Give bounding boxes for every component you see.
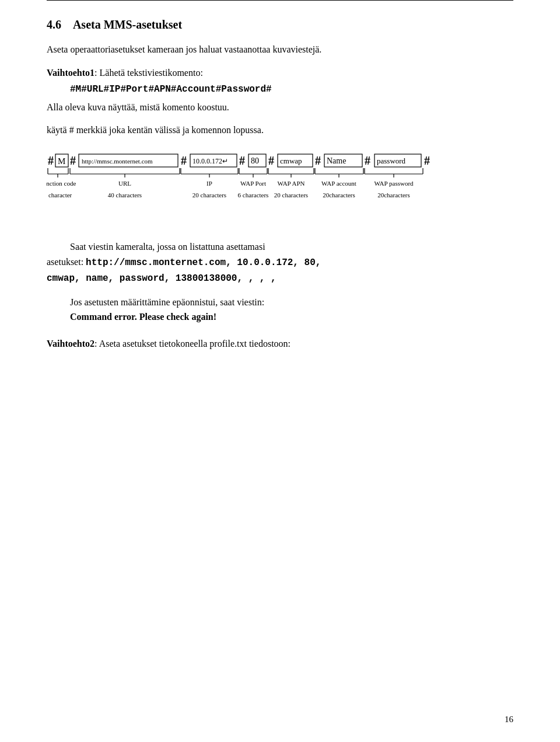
result-paragraph: Saat viestin kameralta, jossa on listatt… — [47, 239, 513, 287]
option2-colon: : — [94, 339, 99, 349]
svg-text:20characters: 20characters — [323, 191, 355, 198]
svg-text:#: # — [48, 154, 54, 167]
svg-text:#: # — [424, 154, 430, 167]
result-settings: asetukset: — [47, 257, 86, 267]
svg-text:20 characters: 20 characters — [274, 191, 308, 198]
hash-desc-paragraph: käytä # merkkiä joka kentän välissä ja k… — [47, 123, 513, 138]
command-text: #M#URL#IP#Port#APN#Account#Password# — [70, 82, 513, 97]
svg-text:IP: IP — [206, 180, 212, 187]
svg-text:6 characters: 6 characters — [238, 191, 269, 198]
page-number: 16 — [505, 715, 513, 724]
result-rest: cmwap, name, password, 13800138000, , , … — [47, 273, 276, 284]
error-text-prefix: Jos asetusten määrittämine epäonnistui, … — [70, 297, 264, 307]
svg-text:#: # — [268, 154, 274, 167]
svg-text:#: # — [365, 154, 370, 167]
option2-label: Vaihtoehto2 — [47, 339, 94, 349]
svg-text:20characters: 20characters — [377, 191, 410, 198]
svg-text:#: # — [70, 154, 76, 167]
result-text1: Saat viestin kameralta, jossa on listatt… — [70, 242, 265, 252]
svg-text:WAP password: WAP password — [374, 180, 414, 187]
option1-paragraph: Vaihtoehto1: Lähetä tekstiviestikomento:… — [47, 65, 513, 115]
svg-text:#: # — [181, 154, 187, 167]
option2-text: Aseta asetukset tietokoneella profile.tx… — [99, 339, 290, 349]
svg-text:WAP account: WAP account — [321, 180, 356, 187]
svg-text:#: # — [315, 154, 321, 167]
hash-desc-prefix: käytä # merkkiä joka kentän välissä ja k… — [47, 125, 264, 135]
svg-text:80: 80 — [251, 156, 259, 165]
option2-paragraph: Vaihtoehto2: Aseta asetukset tietokoneel… — [47, 336, 513, 351]
intro-paragraph: Aseta operaattoriasetukset kameraan jos … — [47, 42, 513, 57]
section-heading: Aseta MMS-asetukset — [73, 18, 182, 31]
option1-label: Vaihtoehto1 — [47, 68, 94, 78]
svg-text:40 characters: 40 characters — [108, 191, 142, 198]
svg-text:cmwap: cmwap — [280, 156, 302, 165]
svg-text:password: password — [377, 156, 406, 165]
page-container: 4.6 Aseta MMS-asetukset Aseta operaattor… — [0, 0, 560, 742]
option1-colon: : — [94, 68, 97, 78]
diagram-svg: # M # http://mmsc.monternet.com # 10.0.0… — [47, 152, 513, 228]
svg-text:M: M — [58, 156, 65, 166]
svg-text:URL: URL — [118, 180, 131, 187]
error-paragraph: Jos asetusten määrittämine epäonnistui, … — [70, 295, 513, 325]
svg-text:1 character: 1 character — [47, 191, 72, 198]
option1-desc: Lähetä tekstiviestikomento: — [100, 68, 203, 78]
svg-text:Name: Name — [327, 156, 346, 165]
svg-text:WAP Port: WAP Port — [240, 180, 266, 187]
section-number: 4.6 — [47, 18, 61, 31]
svg-text:#: # — [239, 154, 245, 167]
diagram-container: # M # http://mmsc.monternet.com # 10.0.0… — [47, 152, 513, 228]
svg-text:20 characters: 20 characters — [192, 191, 226, 198]
error-command: Command error. Please check again! — [70, 312, 216, 322]
svg-text:Function code: Function code — [47, 180, 76, 187]
result-url: http://mmsc.monternet.com, 10.0.0.172, 8… — [86, 257, 321, 268]
svg-text:10.0.0.172↵: 10.0.0.172↵ — [192, 157, 228, 165]
top-rule — [47, 0, 513, 1]
section-title: 4.6 Aseta MMS-asetukset — [47, 18, 513, 32]
command-desc1: Alla oleva kuva näyttää, mistä komento k… — [47, 102, 229, 112]
svg-text:http://mmsc.monternet.com: http://mmsc.monternet.com — [82, 158, 153, 165]
svg-text:WAP APN: WAP APN — [278, 180, 305, 187]
